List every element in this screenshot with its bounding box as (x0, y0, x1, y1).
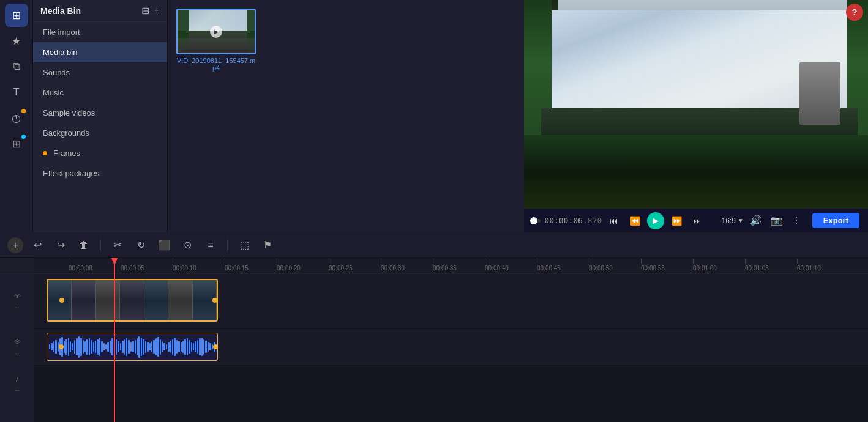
preview-seekbar[interactable] (533, 219, 541, 223)
waveform-bar (184, 339, 185, 355)
text-icon-btn[interactable]: T (5, 81, 28, 104)
waveform-bar (172, 339, 173, 355)
frame-3 (96, 280, 120, 320)
project-icon-btn[interactable]: ⊞ (5, 4, 28, 27)
video-clip[interactable] (47, 279, 218, 322)
track-eye-icon[interactable]: 👁 (12, 291, 22, 301)
sidebar-item-effect-packages[interactable]: Effect packages (33, 163, 167, 183)
rotate-btn[interactable]: ↻ (132, 236, 150, 254)
waveform-bar (93, 342, 94, 352)
sidebar-item-label: Frames (53, 149, 80, 158)
time-current: 00:00:06.870 (544, 216, 602, 225)
waveform-bar (174, 338, 175, 356)
waveform-bar (160, 339, 161, 355)
frame-forward-btn[interactable]: ⏩ (668, 212, 685, 229)
media-bin-panel: ▶ VID_20190811_155457.mp4 (168, 0, 524, 232)
skip-to-start-btn[interactable]: ⏮ (605, 212, 623, 229)
waveform-bar (138, 336, 140, 358)
tracks-content: 00:00:00 00:00:05 00:00:10 00:00:15 00:0… (34, 258, 868, 422)
sidebar-item-sample-videos[interactable]: Sample videos (33, 103, 167, 123)
sidebar-item-sounds[interactable]: Sounds (33, 62, 167, 83)
waveform-bar (191, 342, 192, 352)
waveform-bar (74, 340, 75, 354)
media-filename: VID_20190811_155457.mp4 (176, 57, 256, 72)
audio-expand-icon[interactable]: ↔ (12, 348, 22, 358)
frame-back-btn[interactable]: ⏪ (626, 212, 643, 229)
waveform-bar (166, 344, 167, 349)
waveform-bar (176, 340, 178, 354)
sidebar-item-music[interactable]: Music (33, 83, 167, 103)
cut-btn[interactable]: ✂ (108, 236, 127, 254)
export-button[interactable]: Export (812, 213, 859, 228)
redo-btn[interactable]: ↪ (51, 236, 70, 254)
sidebar-filter-icon[interactable]: ⊟ (141, 5, 149, 17)
trim-btn[interactable]: ⬛ (155, 236, 173, 254)
waveform-bar (91, 340, 92, 354)
media-item[interactable]: ▶ VID_20190811_155457.mp4 (176, 9, 256, 72)
waveform-bar (103, 343, 105, 350)
star-icon-btn[interactable]: ★ (5, 29, 28, 53)
waveform-bar (187, 338, 188, 355)
frames-dot (43, 151, 47, 155)
sidebar-title: Media Bin (40, 6, 81, 16)
ruler-tick-12: 00:01:00 (693, 259, 745, 273)
ruler-tick-0: 00:00:00 (69, 259, 121, 273)
audio-right-handle[interactable] (213, 344, 218, 349)
flag-btn[interactable]: ⚑ (258, 236, 277, 254)
music-icon[interactable]: ♪ (12, 374, 22, 383)
clip-right-handle[interactable] (212, 298, 217, 303)
waveform-bar (203, 339, 204, 355)
waveform-bar (197, 340, 198, 354)
car-frame-left (524, 0, 552, 208)
ruler-spacer (0, 258, 34, 274)
waveform-bar (84, 341, 86, 352)
layers-icon-btn[interactable]: ⧉ (5, 55, 28, 78)
picture-in-picture-btn[interactable]: ⬚ (235, 236, 253, 254)
screenshot-icon[interactable]: 📷 (768, 215, 785, 226)
ruler-tick-6: 00:00:30 (381, 259, 433, 273)
seekbar-handle[interactable] (530, 217, 537, 224)
bottom-track-lane (34, 366, 868, 402)
aspect-ratio-select[interactable]: 16:9 ▼ (722, 217, 744, 225)
sidebar-item-frames[interactable]: Frames (33, 143, 167, 163)
timer-btn[interactable]: ⊙ (178, 236, 196, 254)
help-button[interactable]: ? (846, 4, 863, 21)
sidebar-add-icon[interactable]: + (154, 5, 160, 17)
sidebar-item-media-bin[interactable]: Media bin (33, 42, 167, 62)
add-track-btn[interactable]: + (7, 237, 23, 253)
sidebar-item-backgrounds[interactable]: Backgrounds (33, 123, 167, 143)
waveform-bar (195, 341, 196, 352)
waveform-bar (209, 343, 211, 350)
waveform (47, 333, 217, 360)
audio-eye-icon[interactable]: 👁 (12, 337, 22, 347)
sidebar: Media Bin ⊟ + File import Media bin Soun… (33, 0, 168, 232)
waveform-bar (170, 341, 171, 353)
sidebar-item-label: File import (43, 28, 80, 37)
video-track-label: 👁 ↔ (0, 274, 34, 329)
waveform-bar (163, 343, 165, 350)
waveform-bar (155, 338, 157, 355)
sidebar-item-file-import[interactable]: File import (33, 22, 167, 42)
ruler-tick-1: 00:00:05 (121, 259, 173, 273)
align-btn[interactable]: ≡ (201, 236, 220, 254)
audio-left-handle[interactable] (59, 344, 64, 349)
delete-btn[interactable]: 🗑 (75, 236, 93, 254)
waveform-bar (151, 341, 152, 352)
frame-strip (48, 280, 217, 320)
ruler-tick-3: 00:00:15 (225, 259, 277, 273)
media-thumbnail[interactable]: ▶ (176, 9, 256, 54)
music-expand-icon[interactable]: ↔ (12, 385, 22, 394)
clip-left-handle[interactable] (59, 298, 64, 303)
grid-icon-btn[interactable]: ⊞ (5, 132, 28, 155)
track-expand-icon[interactable]: ↔ (12, 302, 22, 312)
history-icon-btn[interactable]: ◷ (5, 106, 28, 130)
skip-to-end-btn[interactable]: ⏭ (689, 212, 706, 229)
sidebar-item-label: Media bin (43, 48, 77, 57)
play-pause-btn[interactable]: ▶ (647, 212, 664, 229)
waveform-bar (99, 338, 100, 356)
audio-clip[interactable] (47, 333, 218, 361)
undo-btn[interactable]: ↩ (28, 236, 47, 254)
volume-icon[interactable]: 🔊 (747, 215, 765, 226)
waveform-bar (128, 340, 129, 354)
more-options-icon[interactable]: ⋮ (789, 215, 804, 226)
